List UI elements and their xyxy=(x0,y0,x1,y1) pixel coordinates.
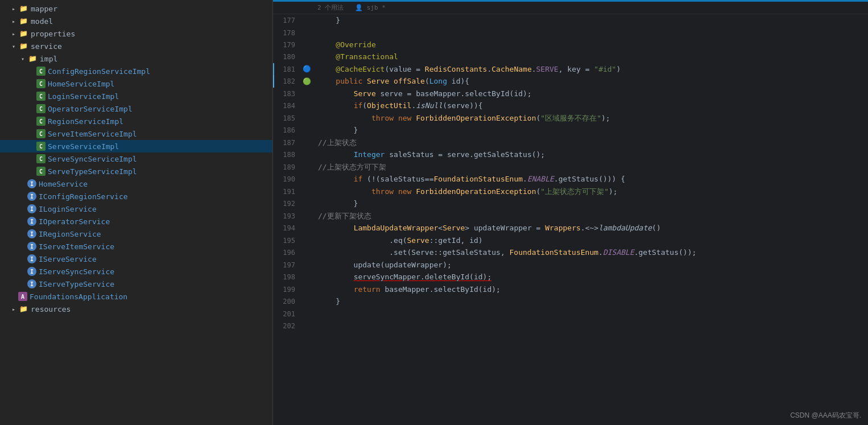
label-service: service xyxy=(31,42,62,51)
arrow-impl xyxy=(18,54,27,63)
arrow-empty14 xyxy=(18,229,27,238)
code-line-text: .eq(Serve::getId, id) xyxy=(313,234,868,247)
class-icon-RegionServiceImpl xyxy=(36,117,46,126)
label-IServeSyncService: IServeSyncService xyxy=(39,267,114,276)
code-line-text: public Serve offSale(Long id){ xyxy=(313,75,868,88)
code-lines-table: 177 }178179 @Override180 @Transactional1… xyxy=(273,14,868,332)
watermark: CSDN @AAA码农宝哥. xyxy=(790,411,861,420)
gutter-cell xyxy=(302,14,313,27)
code-line-text: if (!(saleStatus==FoundationStatusEnum.E… xyxy=(313,173,868,185)
label-impl: impl xyxy=(40,55,57,63)
code-content: update(updateWrapper); xyxy=(313,259,868,271)
table-row: 177 } xyxy=(274,14,868,27)
table-row: 188 Integer saleStatus = serve.getSaleSt… xyxy=(274,148,868,161)
tree-item-properties[interactable]: properties xyxy=(0,27,272,40)
tree-item-FoundationsApplication[interactable]: FoundationsApplication xyxy=(0,290,272,303)
arrow-empty9 xyxy=(27,167,36,176)
tree-item-model[interactable]: model xyxy=(0,15,272,27)
arrow-model xyxy=(9,16,18,26)
label-IOperatorService: IOperatorService xyxy=(39,217,110,226)
code-line-text: //上架状态 xyxy=(313,137,868,149)
label-mapper: mapper xyxy=(31,5,57,13)
gutter-cell xyxy=(302,210,313,222)
usage-user-icon: 👤 xyxy=(355,4,363,11)
tree-item-IServeService[interactable]: IServeService xyxy=(0,253,272,265)
label-OperatorServiceImpl: OperatorServiceImpl xyxy=(48,105,133,113)
code-line-text: .set(Serve::getSaleStatus, FoundationSta… xyxy=(313,246,868,259)
code-content xyxy=(313,27,868,39)
tree-item-ConfigRegionServiceImpl[interactable]: ConfigRegionServiceImpl xyxy=(0,65,272,77)
code-line-text: //上架状态方可下架 xyxy=(313,161,868,174)
line-number: 202 xyxy=(274,320,302,332)
gutter-cell xyxy=(302,88,313,100)
code-content: throw new ForbiddenOperationException("区… xyxy=(313,112,868,125)
code-content: .eq(Serve::getId, id) xyxy=(313,234,868,247)
tree-item-service[interactable]: service xyxy=(0,40,272,52)
tree-item-OperatorServiceImpl[interactable]: OperatorServiceImpl xyxy=(0,102,272,115)
code-line-text xyxy=(313,325,868,326)
code-content: //更新下架状态 xyxy=(313,210,868,222)
tree-item-RegionServiceImpl[interactable]: RegionServiceImpl xyxy=(0,115,272,127)
gutter-cell xyxy=(302,51,313,63)
class-icon-OperatorServiceImpl xyxy=(36,104,46,113)
line-number: 197 xyxy=(274,259,302,271)
arrow-empty12 xyxy=(18,204,27,213)
gutter-cell xyxy=(302,246,313,259)
class-icon-ServeItemServiceImpl xyxy=(36,129,46,138)
tree-item-ILoginService[interactable]: ILoginService xyxy=(0,203,272,215)
arrow-resources xyxy=(9,304,18,313)
tree-item-mapper[interactable]: mapper xyxy=(0,2,272,15)
code-content: @Override xyxy=(313,39,868,51)
tree-item-IServeTypeService[interactable]: IServeTypeService xyxy=(0,278,272,290)
arrow-empty3 xyxy=(27,92,36,101)
label-ILoginService: ILoginService xyxy=(39,205,97,213)
label-resources: resources xyxy=(31,305,71,313)
tree-item-IServeSyncService[interactable]: IServeSyncService xyxy=(0,265,272,278)
tree-item-HomeService[interactable]: HomeService xyxy=(0,178,272,190)
interface-icon-ILoginService xyxy=(27,204,36,213)
line-number: 179 xyxy=(274,39,302,51)
line-number: 181 xyxy=(274,63,302,76)
tree-item-ServeServiceImpl[interactable]: ServeServiceImpl xyxy=(0,140,272,152)
code-content xyxy=(313,308,868,320)
label-IRegionService: IRegionService xyxy=(39,230,101,238)
class-icon-ConfigRegionServiceImpl xyxy=(36,67,46,76)
code-line-text: } xyxy=(313,197,868,210)
code-line-text: throw new ForbiddenOperationException("上… xyxy=(313,185,868,198)
line-number: 196 xyxy=(274,246,302,259)
table-row: 185 throw new ForbiddenOperationExceptio… xyxy=(274,112,868,125)
interface-icon-IServeSyncService xyxy=(27,267,36,276)
tree-item-ServeItemServiceImpl[interactable]: ServeItemServiceImpl xyxy=(0,127,272,140)
folder-icon-model xyxy=(18,16,28,26)
table-row: 198 serveSyncMapper.deleteById(id); xyxy=(274,271,868,283)
tree-item-ServeTypeServiceImpl[interactable]: ServeTypeServiceImpl xyxy=(0,165,272,178)
tree-item-IRegionService[interactable]: IRegionService xyxy=(0,228,272,240)
code-content: LambdaUpdateWrapper<Serve> updateWrapper… xyxy=(313,222,868,234)
code-editor[interactable]: 2 个用法 👤 sjb * 177 }178179 @Override180 @… xyxy=(273,0,868,425)
tree-item-IOperatorService[interactable]: IOperatorService xyxy=(0,215,272,228)
code-content xyxy=(313,320,868,332)
tree-item-HomeServiceImpl[interactable]: HomeServiceImpl xyxy=(0,77,272,90)
tree-item-LoginServiceImpl[interactable]: LoginServiceImpl xyxy=(0,90,272,102)
tree-item-ServeSyncServiceImpl[interactable]: ServeSyncServiceImpl xyxy=(0,152,272,165)
code-content: return baseMapper.selectById(id); xyxy=(313,283,868,296)
tree-item-resources[interactable]: resources xyxy=(0,303,272,315)
table-row: 202 xyxy=(274,320,868,332)
tree-item-IServeItemService[interactable]: IServeItemService xyxy=(0,240,272,253)
arrow-properties xyxy=(9,29,18,38)
arrow-empty4 xyxy=(27,104,36,113)
label-LoginServiceImpl: LoginServiceImpl xyxy=(48,92,119,101)
code-content: } xyxy=(313,14,868,27)
tree-item-impl[interactable]: impl xyxy=(0,52,272,65)
gutter-cell xyxy=(302,39,313,51)
class-icon-HomeServiceImpl xyxy=(36,79,46,88)
code-line-text xyxy=(313,313,868,314)
label-properties: properties xyxy=(31,30,75,38)
tree-item-IConfigRegionService[interactable]: IConfigRegionService xyxy=(0,190,272,203)
class-icon-ServeServiceImpl xyxy=(36,142,46,151)
table-row: 179 @Override xyxy=(274,39,868,51)
code-content: public Serve offSale(Long id){ xyxy=(313,75,868,88)
file-tree[interactable]: mapper model properties service impl Con… xyxy=(0,0,273,425)
table-row: 186 } xyxy=(274,124,868,137)
label-IServeItemService: IServeItemService xyxy=(39,242,114,251)
